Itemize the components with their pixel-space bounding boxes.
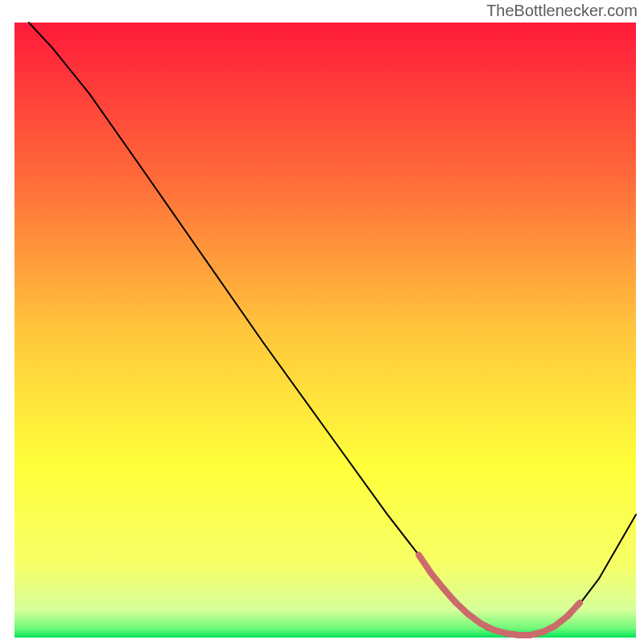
bottleneck-chart <box>0 0 644 644</box>
optimal-band-dash <box>576 603 580 606</box>
optimal-band-dash <box>419 555 422 560</box>
plot-background <box>14 23 636 638</box>
optimal-band-dash <box>423 562 427 567</box>
attribution-text: TheBottlenecker.com <box>486 2 638 20</box>
chart-container: TheBottlenecker.com <box>0 0 644 644</box>
